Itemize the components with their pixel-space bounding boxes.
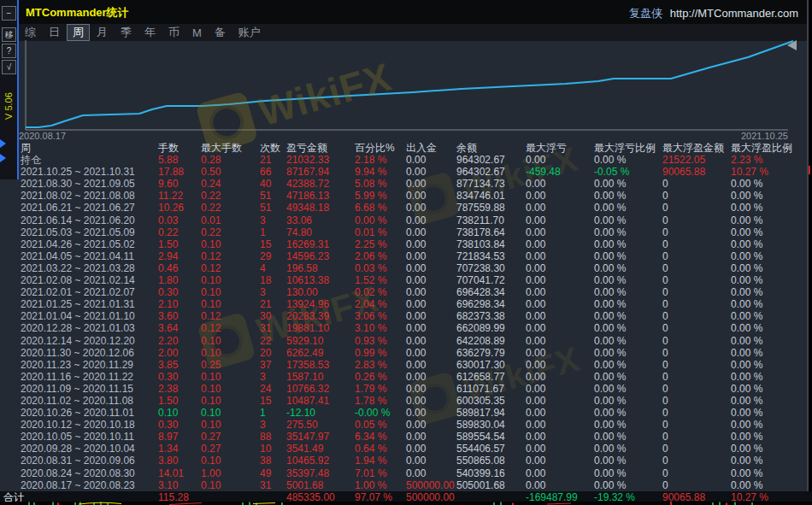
value-cell: 0 [662, 347, 731, 359]
title-bar: MTCommander统计 复盘侠 http://MTCommander.com [0, 0, 807, 25]
help-button[interactable]: ? [2, 44, 16, 58]
value-cell: 682373.38 [456, 310, 526, 322]
value-cell: 0.10 [201, 383, 260, 395]
window-title: MTCommander统计 [26, 5, 129, 21]
value-cell: 22 [260, 335, 286, 347]
value-cell: 964302.67 [456, 154, 526, 166]
value-cell: 3.06 % [355, 310, 406, 322]
value-cell: 0.10 [201, 286, 260, 298]
value-cell: 3 [260, 419, 286, 431]
value-cell: 0 [662, 190, 731, 202]
value-cell: 0 [662, 322, 731, 334]
value-cell: 636279.79 [456, 347, 526, 359]
value-cell: 0.02 % [355, 286, 406, 298]
value-cell: 0.00 % [731, 479, 812, 491]
value-cell: 0.00 [406, 443, 456, 455]
value-cell: 0.00 % [731, 395, 812, 407]
brand-name: 复盘侠 [629, 7, 662, 20]
value-cell: 0.00 [526, 274, 594, 286]
value-cell: 0.01 % [355, 226, 406, 238]
value-cell: 0.10 [158, 407, 201, 419]
value-cell: 1.80 [158, 274, 201, 286]
value-cell: 0.00 [526, 202, 594, 214]
value-cell: 662089.99 [456, 322, 526, 334]
value-cell: 51 [260, 202, 286, 214]
value-cell: 964302.67 [456, 166, 526, 178]
value-cell: 0.00 [406, 322, 456, 334]
value-cell: 0.00 [526, 371, 594, 383]
value-cell: 0.00 [526, 154, 594, 166]
value-cell: 642208.89 [456, 335, 526, 347]
value-cell: 612658.77 [456, 371, 526, 383]
value-cell: 3.85 [158, 359, 201, 371]
column-header: 盈亏金额 [286, 142, 355, 154]
menu-item-10[interactable]: 账户 [232, 24, 267, 41]
menu-item-7[interactable]: 币 [162, 24, 185, 41]
value-cell: 738211.70 [456, 214, 526, 226]
value-cell: 2.94 [158, 250, 201, 262]
move-button[interactable]: 移 [2, 27, 16, 42]
menu-item-1[interactable]: 综 [19, 24, 42, 41]
value-cell: 0.03 [158, 214, 201, 226]
value-cell: 3.80 [158, 455, 201, 467]
value-cell: 589830.04 [456, 419, 526, 431]
value-cell: 0.22 [201, 226, 260, 238]
menu-item-8[interactable]: M [186, 26, 208, 40]
menu-item-6[interactable]: 年 [138, 24, 162, 41]
value-cell: 2.10 [158, 298, 201, 310]
value-cell: 0 [662, 298, 731, 310]
value-cell: 0 [662, 419, 731, 431]
menu-item-3[interactable]: 周 [67, 24, 90, 41]
value-cell: 0.00 [406, 262, 456, 274]
value-cell: 589817.94 [456, 407, 526, 419]
brand-url-link[interactable]: http://MTCommander.com [670, 7, 798, 20]
value-cell: 196.58 [286, 262, 355, 274]
value-cell: 74.80 [286, 226, 355, 238]
menu-item-5[interactable]: 季 [115, 24, 138, 41]
value-cell: 550865.08 [456, 455, 526, 467]
value-cell: 3.64 [158, 322, 201, 334]
value-cell: 49 [260, 467, 286, 479]
table-row: 2021.03.22 ~ 2021.03.280.460.124196.580.… [0, 262, 812, 274]
menu-item-2[interactable]: 日 [43, 24, 66, 41]
value-cell: 1.00 % [355, 479, 406, 491]
column-header: 最大浮盈金额 [662, 142, 731, 154]
minimize-button[interactable]: − [2, 6, 16, 21]
value-cell: 0 [662, 178, 731, 190]
value-cell: 738178.64 [456, 226, 526, 238]
value-cell: 0.00 [406, 178, 456, 190]
chart-axis [26, 40, 788, 130]
value-cell: 0.00 % [731, 262, 812, 274]
menu-item-4[interactable]: 月 [91, 24, 114, 41]
table-row: 2021.04.05 ~ 2021.04.112.940.122914596.2… [0, 250, 812, 262]
value-cell: 0 [662, 226, 731, 238]
period-cell: 2021.05.03 ~ 2021.05.09 [21, 226, 158, 238]
value-cell: 14596.23 [286, 250, 355, 262]
value-cell: 0.00 % [731, 443, 812, 455]
value-cell: 0.99 % [355, 347, 406, 359]
menu-item-9[interactable]: 备 [209, 24, 232, 41]
value-cell: 0.00 % [731, 431, 812, 443]
period-cell: 2021.06.21 ~ 2021.06.27 [21, 202, 158, 214]
value-cell: 0.00 [526, 178, 594, 190]
column-header: 次数 [260, 142, 286, 154]
value-cell: 16269.31 [286, 238, 355, 250]
value-cell: 0.00 [406, 310, 456, 322]
value-cell: 0.12 [201, 310, 260, 322]
value-cell: 0.00 [406, 335, 456, 347]
value-cell: 0.00 [406, 419, 456, 431]
table-row: 2020.09.28 ~ 2020.10.041.340.27103541.49… [0, 443, 812, 455]
table-row: 2021.02.08 ~ 2021.02.141.800.101810613.3… [0, 274, 812, 286]
window-left-border [17, 0, 19, 179]
scroll-arrow-icon [0, 139, 6, 148]
value-cell: 834746.01 [456, 190, 526, 202]
value-cell: 5.99 % [355, 190, 406, 202]
value-cell: 21032.33 [286, 154, 355, 166]
value-cell: 0.93 % [355, 335, 406, 347]
value-cell: 2.25 % [355, 238, 406, 250]
value-cell: 0.00 [526, 298, 594, 310]
period-cell: 2020.11.23 ~ 2020.11.29 [21, 359, 158, 371]
confirm-button[interactable]: √ [2, 60, 16, 74]
value-cell: 13924.96 [286, 298, 355, 310]
period-cell: 2020.08.17 ~ 2020.08.23 [21, 479, 158, 491]
